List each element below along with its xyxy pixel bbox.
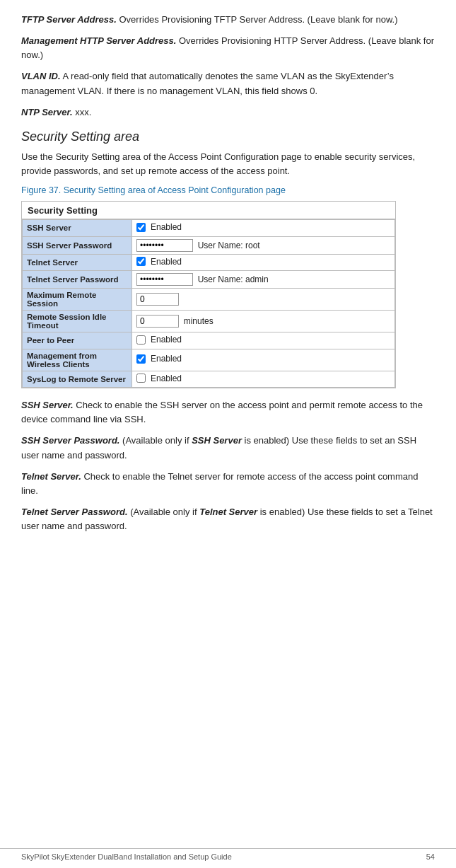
checkbox-unchecked[interactable]: Enabled [136,335,182,345]
checkbox-input[interactable] [136,335,146,345]
checkbox-checked[interactable]: Enabled [136,354,182,364]
checkbox-unchecked[interactable]: Enabled [136,374,182,383]
row-label: SSH Server Password [23,236,132,254]
checkbox-checked[interactable]: Enabled [136,257,182,267]
telnet-server-para: Telnet Server. Check to enable the Telne… [21,470,435,498]
table-row: Peer to Peer Enabled [23,332,395,349]
footer: SkyPilot SkyExtender DualBand Installati… [0,848,456,861]
text-input[interactable] [136,293,179,306]
ssh-server-ref: SSH Server [192,435,242,446]
row-label: Telnet Server [23,254,132,271]
ssh-password-label: SSH Server Password. [21,435,119,446]
row-value[interactable]: User Name: root [132,236,395,254]
row-value[interactable]: Enabled [132,332,395,349]
section-heading: Security Setting area [21,129,435,144]
enabled-label: Enabled [151,354,182,364]
telnet-password-label: Telnet Server Password. [21,507,128,517]
telnet-password-para: Telnet Server Password. (Available only … [21,505,435,533]
http-paragraph: Management HTTP Server Address. Override… [21,34,435,62]
ssh-password-para: SSH Server Password. (Available only if … [21,434,435,462]
enabled-label: Enabled [151,374,182,383]
row-value[interactable]: Enabled [132,371,395,388]
table-row: Telnet Server Enabled [23,254,395,271]
figure-caption: Figure 37. Security Setting area of Acce… [21,185,435,195]
row-value[interactable]: minutes [132,311,395,332]
vlan-paragraph: VLAN ID. A read-only field that automati… [21,69,435,98]
row-value[interactable]: Enabled [132,349,395,371]
row-value[interactable]: Enabled [132,254,395,271]
footer-right: 54 [426,852,435,861]
row-label: SSH Server [23,220,132,237]
ssh-server-label: SSH Server. [21,400,74,410]
enabled-label: Enabled [151,257,182,267]
table-row: Telnet Server Password User Name: admin [23,271,395,289]
ssh-password-intro: (Available only if [119,435,192,446]
username-label: User Name: root [198,241,260,250]
table-row: Management from Wireless Clients Enabled [23,349,395,371]
tftp-text: Overrides Provisioning TFTP Server Addre… [117,14,398,25]
telnet-server-ref: Telnet Server [199,507,257,517]
table-row: SSH Server Enabled [23,220,395,237]
row-label: Remote Session Idle Timeout [23,311,132,332]
checkbox-input[interactable] [136,374,146,383]
vlan-label: VLAN ID. [21,71,61,81]
ntp-text: xxx. [73,107,92,117]
password-input[interactable] [136,239,193,252]
section-intro: Use the Security Setting area of the Acc… [21,150,435,178]
row-label: Maximum Remote Session [23,289,132,311]
security-box-title: Security Setting [22,202,395,219]
tftp-label: TFTP Server Address. [21,14,117,25]
table-row: Maximum Remote Session [23,289,395,311]
checkbox-input[interactable] [136,223,146,232]
table-row: SysLog to Remote Server Enabled [23,371,395,388]
username-label: User Name: admin [198,274,269,284]
table-row: SSH Server Password User Name: root [23,236,395,254]
table-row: Remote Session Idle Timeout minutes [23,311,395,332]
footer-left: SkyPilot SkyExtender DualBand Installati… [21,852,232,861]
row-value[interactable] [132,289,395,311]
ssh-server-text: Check to enable the SSH server on the ac… [21,400,423,424]
security-setting-box: Security Setting SSH Server EnabledSSH S… [21,201,396,388]
telnet-password-intro: (Available only if [128,507,200,517]
row-label: Management from Wireless Clients [23,349,132,371]
enabled-label: Enabled [151,335,182,345]
security-table: SSH Server EnabledSSH Server Password Us… [22,219,395,388]
tftp-paragraph: TFTP Server Address. Overrides Provision… [21,13,435,27]
ssh-server-para: SSH Server. Check to enable the SSH serv… [21,398,435,427]
minutes-label: minutes [184,316,214,326]
row-value[interactable]: User Name: admin [132,271,395,289]
row-value[interactable]: Enabled [132,220,395,237]
checkbox-input[interactable] [136,354,146,364]
row-label: Peer to Peer [23,332,132,349]
row-label: Telnet Server Password [23,271,132,289]
checkbox-checked[interactable]: Enabled [136,222,182,232]
checkbox-input[interactable] [136,257,146,266]
telnet-server-text: Check to enable the Telnet server for re… [21,471,418,496]
enabled-label: Enabled [151,222,182,232]
vlan-text: A read-only field that automatically den… [21,71,394,96]
ntp-label: NTP Server. [21,107,73,117]
text-input[interactable] [136,315,179,328]
ntp-paragraph: NTP Server. xxx. [21,105,435,120]
telnet-server-label: Telnet Server. [21,471,81,482]
row-label: SysLog to Remote Server [23,371,132,388]
http-label: Management HTTP Server Address. [21,35,176,46]
password-input[interactable] [136,273,193,286]
